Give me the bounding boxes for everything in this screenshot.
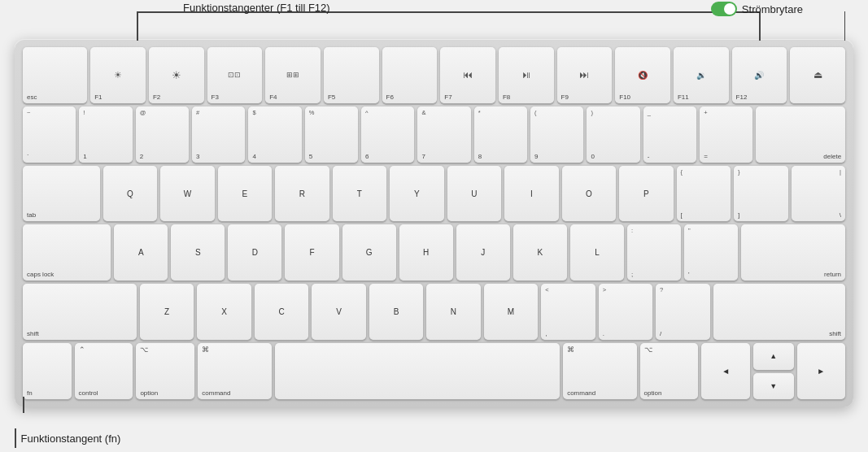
key-k[interactable]: K [513,224,567,280]
fn-keys-bracket-left [137,11,138,41]
key-l[interactable]: L [570,224,624,280]
key-r[interactable]: R [275,166,329,222]
key-option-left[interactable]: ⌥ option [136,343,194,399]
top-annotations: Funktionstangenter (F1 till F12) Strömbr… [65,2,803,16]
key-f9[interactable]: ⏭ F9 [557,47,613,103]
key-f8[interactable]: ⏯ F8 [499,47,554,103]
key-f12[interactable]: 🔊 F12 [732,47,787,103]
key-g[interactable]: G [342,224,396,280]
key-f11[interactable]: 🔉 F11 [674,47,729,103]
key-p[interactable]: P [619,166,673,222]
key-backtick[interactable]: ~ ` [23,106,76,163]
number-key-row: ~ ` ! 1 @ 2 # 3 $ 4 % 5 [23,106,845,163]
key-i[interactable]: I [504,166,558,222]
bottom-key-row: fn ⌃ control ⌥ option ⌘ command ⌘ comman… [23,343,845,399]
key-fn[interactable]: fn [23,343,72,399]
key-f1[interactable]: ☀ F1 [90,47,146,103]
key-rbracket[interactable]: } ] [734,166,787,222]
key-f6[interactable]: F6 [382,47,438,103]
key-esc[interactable]: esc [23,47,87,103]
key-semicolon[interactable]: : ; [627,224,681,280]
key-option-right[interactable]: ⌥ option [640,343,699,399]
key-f2[interactable]: ☀ F2 [149,47,204,103]
fn-annotation-line [15,428,16,448]
key-control[interactable]: ⌃ control [75,343,133,399]
key-return[interactable]: return [741,224,845,280]
key-s[interactable]: S [171,224,225,280]
keyboard-wrapper: esc ☀ F1 ☀ F2 ⊡⊡ F3 ⊞⊞ F4 F5 F6 [15,39,853,407]
key-shift-left[interactable]: shift [23,284,137,340]
key-m[interactable]: M [484,284,538,340]
key-lbracket[interactable]: { [ [677,166,731,222]
key-o[interactable]: O [562,166,616,222]
key-command-left[interactable]: ⌘ command [198,343,271,399]
power-label-text: Strömbrytare [742,3,803,15]
key-command-right[interactable]: ⌘ command [563,343,636,399]
key-2[interactable]: @ 2 [136,106,189,163]
key-j[interactable]: J [456,224,510,280]
key-f7[interactable]: ⏮ F7 [440,47,495,103]
asdf-key-row: caps lock A S D F G H J K L : ; " ' retu… [23,224,845,280]
key-comma[interactable]: < , [541,284,595,340]
bottom-annotation: Funktionstangent (fn) [15,428,120,448]
key-spacebar[interactable] [275,343,560,399]
key-period[interactable]: > . [599,284,652,340]
key-v[interactable]: V [312,284,365,340]
key-e[interactable]: E [218,166,272,222]
key-h[interactable]: H [399,224,453,280]
key-6[interactable]: ^ 6 [361,106,414,163]
key-arrow-up[interactable]: ▲ [753,343,794,369]
key-9[interactable]: ( 9 [530,106,583,163]
keyboard: esc ☀ F1 ☀ F2 ⊡⊡ F3 ⊞⊞ F4 F5 F6 [15,39,853,407]
key-5[interactable]: % 5 [305,106,358,163]
qwerty-key-row: tab Q W E R T Y U I O P { [ } ] | \ [23,166,845,222]
fn-keys-bracket-right [759,11,761,41]
key-backslash[interactable]: | \ [792,166,845,222]
key-z[interactable]: Z [140,284,194,340]
key-arrow-down[interactable]: ▼ [753,373,794,399]
key-b[interactable]: B [369,284,423,340]
key-3[interactable]: # 3 [192,106,245,163]
key-t[interactable]: T [333,166,386,222]
key-8[interactable]: * 8 [474,106,527,163]
key-minus[interactable]: _ - [643,106,696,163]
key-f3[interactable]: ⊡⊡ F3 [207,47,263,103]
toggle-icon [711,2,737,16]
key-c[interactable]: C [255,284,308,340]
key-arrow-right[interactable]: ► [797,343,846,399]
key-d[interactable]: D [228,224,281,280]
key-a[interactable]: A [114,224,168,280]
key-shift-right[interactable]: shift [713,284,845,340]
power-annotation: Strömbrytare [711,2,803,16]
key-n[interactable]: N [426,284,480,340]
fn-key-row: esc ☀ F1 ☀ F2 ⊡⊡ F3 ⊞⊞ F4 F5 F6 [23,47,845,103]
key-tab[interactable]: tab [23,166,100,222]
zxcv-key-row: shift Z X C V B N M < , > . ? / shift [23,284,845,340]
key-y[interactable]: Y [390,166,443,222]
fn-key-line [23,397,24,413]
fn-keys-bracket-top [137,11,760,13]
key-eject[interactable]: ⏏ [790,47,845,103]
key-u[interactable]: U [447,166,501,222]
key-capslock[interactable]: caps lock [23,224,111,280]
key-f5[interactable]: F5 [324,47,379,103]
key-4[interactable]: $ 4 [248,106,301,163]
key-q[interactable]: Q [103,166,157,222]
fn-label-text: Funktionstangent (fn) [21,432,121,445]
key-equals[interactable]: + = [700,106,752,163]
key-delete[interactable]: delete [756,106,845,163]
key-x[interactable]: X [197,284,251,340]
key-f4[interactable]: ⊞⊞ F4 [265,47,321,103]
key-f10[interactable]: 🔇 F10 [615,47,670,103]
key-f[interactable]: F [285,224,338,280]
key-arrow-left[interactable]: ◄ [701,343,750,399]
key-7[interactable]: & 7 [417,106,470,163]
power-bracket-line [844,11,846,41]
key-1[interactable]: ! 1 [79,106,132,163]
key-slash[interactable]: ? / [656,284,709,340]
key-0[interactable]: ) 0 [587,106,639,163]
key-quote[interactable]: " ' [684,224,738,280]
key-w[interactable]: W [160,166,214,222]
